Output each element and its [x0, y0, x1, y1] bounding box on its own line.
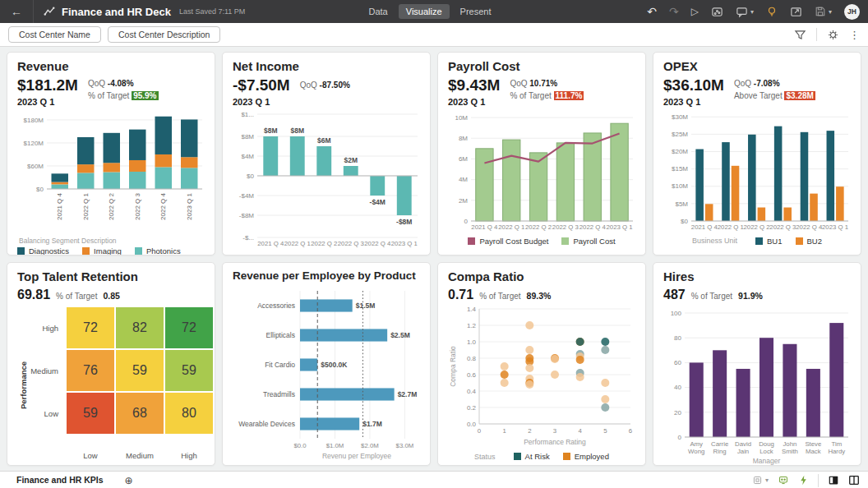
svg-text:$2M: $2M: [344, 156, 358, 164]
metrics-icon[interactable]: [711, 6, 723, 18]
svg-text:2022 Q 2: 2022 Q 2: [311, 240, 337, 247]
data-guide-icon[interactable]: [827, 29, 839, 41]
heatmap-cell[interactable]: 80: [165, 393, 213, 434]
new-sheet-icon[interactable]: ⊕: [125, 475, 133, 486]
net-income-qoq-label: QoQ: [300, 81, 317, 90]
heatmap-cell[interactable]: 59: [116, 350, 164, 391]
svg-text:-$8M: -$8M: [239, 212, 255, 219]
rpe-chart[interactable]: $0.0$1.0M$2.0M$3.0MAccessories$1.5MEllip…: [233, 286, 420, 463]
svg-text:4M: 4M: [459, 176, 468, 183]
heatmap-cell[interactable]: 68: [116, 393, 164, 434]
svg-text:2021 Q 4: 2021 Q 4: [257, 240, 284, 247]
svg-text:2022 Q 3: 2022 Q 3: [338, 240, 364, 247]
heatmap-cell[interactable]: 59: [165, 350, 213, 391]
opex-chart[interactable]: $0$5M$10M$15M$20M$25M$30M2021 Q 42022 Q …: [663, 108, 851, 235]
hires-chart[interactable]: 020406080100AmyWongCarrieRingDavidJainDo…: [663, 304, 851, 466]
heatmap-cell[interactable]: 72: [165, 307, 213, 348]
svg-text:$0: $0: [36, 186, 44, 193]
redo-icon[interactable]: ↷: [669, 5, 679, 18]
retention-value: 69.81: [17, 288, 50, 302]
device-layouts-icon[interactable]: ▾: [752, 475, 769, 486]
tab-data[interactable]: Data: [362, 4, 395, 19]
comments-icon[interactable]: ▾: [736, 6, 754, 18]
legend-item[interactable]: Diagnostics: [17, 246, 69, 256]
heatmap-col-label: Low: [67, 449, 114, 463]
back-button[interactable]: ←: [0, 0, 34, 23]
legend-item[interactable]: At Risk: [514, 452, 550, 461]
filter-chip-cost-center-description[interactable]: Cost Center Description: [108, 26, 220, 43]
svg-text:6M: 6M: [459, 155, 468, 163]
hires-target-value: 91.9%: [738, 291, 763, 301]
net-income-period: 2023 Q 1: [233, 97, 290, 107]
sheet-tab-finance-hr-kpis[interactable]: Finance and HR KPIs: [8, 472, 113, 488]
layout-dark-icon[interactable]: [828, 475, 839, 486]
heatmap-col-label: High: [165, 449, 213, 463]
svg-text:2022 Q 2: 2022 Q 2: [744, 223, 770, 231]
svg-text:2021 Q 4: 2021 Q 4: [691, 223, 718, 231]
svg-text:DougLock: DougLock: [759, 440, 774, 455]
svg-text:2022 Q 3: 2022 Q 3: [134, 192, 141, 219]
svg-text:0.6: 0.6: [467, 371, 477, 379]
payroll-chart[interactable]: 02M4M6M8M10M2021 Q 42022 Q 12022 Q 22022…: [448, 108, 635, 235]
top-toolbar: ← Finance and HR Deck Last Saved 7:11 PM…: [0, 0, 868, 23]
revenue-qoq-label: QoQ: [88, 79, 105, 88]
svg-text:80: 80: [674, 334, 681, 342]
legend-item[interactable]: BU1: [755, 237, 782, 246]
legend-item[interactable]: Employed: [563, 452, 609, 461]
svg-text:0: 0: [678, 434, 682, 441]
compa-title: Compa Ratio: [448, 269, 635, 283]
revenue-target-badge: 95.9%: [132, 91, 158, 100]
svg-text:60: 60: [674, 359, 681, 366]
heatmap-col-label: Medium: [116, 449, 164, 463]
opex-qoq-label: QoQ: [734, 79, 751, 88]
legend-item[interactable]: Photonics: [135, 246, 181, 256]
payroll-target-badge: 111.7%: [554, 91, 584, 100]
net-income-chart[interactable]: $1...$8M$4M$0-$4M-$8M-$...2021 Q 42022 Q…: [233, 108, 420, 251]
data-guide-green-icon[interactable]: [778, 475, 789, 486]
save-icon[interactable]: ▾: [815, 6, 832, 17]
svg-text:2022 Q 1: 2022 Q 1: [718, 223, 744, 231]
tab-visualize[interactable]: Visualize: [399, 4, 450, 19]
legend-item[interactable]: Payroll Cost: [561, 237, 615, 246]
retention-heatmap[interactable]: Performance High728272Medium765959Low596…: [17, 307, 205, 466]
retention-target-value: 0.85: [103, 291, 119, 301]
filter-chip-cost-center-name[interactable]: Cost Center Name: [8, 26, 101, 43]
account-avatar[interactable]: JH: [844, 4, 860, 20]
heatmap-cell[interactable]: 72: [67, 307, 114, 348]
svg-text:$1.5M: $1.5M: [356, 302, 376, 310]
open-window-icon[interactable]: [790, 6, 802, 18]
undo-icon[interactable]: ↶: [647, 5, 657, 18]
heatmap-cell[interactable]: 76: [67, 350, 114, 391]
svg-text:3: 3: [553, 427, 556, 435]
play-icon[interactable]: ▷: [691, 6, 699, 17]
card-opex: OPEX $36.10M 2023 Q 1 QoQ -7.08% Above T…: [653, 52, 861, 256]
legend-item[interactable]: Imaging: [82, 246, 122, 256]
svg-text:0.0: 0.0: [467, 421, 477, 428]
svg-text:2023 Q 1: 2023 Q 1: [607, 223, 633, 231]
svg-text:$60M: $60M: [27, 163, 44, 170]
opex-title: OPEX: [663, 59, 851, 73]
insights-bulb-icon[interactable]: [766, 6, 778, 18]
legend-item[interactable]: BU2: [796, 237, 822, 246]
card-net-income: Net Income -$7.50M 2023 Q 1 QoQ -87.50% …: [222, 52, 431, 256]
hires-target-label: % of Target: [691, 292, 732, 301]
svg-text:1.2: 1.2: [467, 322, 477, 329]
revenue-period: 2023 Q 1: [17, 97, 78, 107]
payroll-value: $9.43M: [448, 77, 500, 94]
svg-text:2022 Q 3: 2022 Q 3: [552, 223, 579, 231]
sparkle-icon[interactable]: [798, 475, 809, 486]
svg-text:2023 Q 1: 2023 Q 1: [391, 240, 418, 247]
legend-item[interactable]: Payroll Cost Budget: [468, 237, 548, 246]
tab-present[interactable]: Present: [453, 4, 499, 19]
heatmap-cell[interactable]: 59: [67, 393, 114, 434]
revenue-chart[interactable]: $0$60M$120M$180M2021 Q 42022 Q 12022 Q 2…: [17, 108, 205, 235]
svg-text:2023 Q 1: 2023 Q 1: [822, 223, 848, 231]
svg-text:$2.5M: $2.5M: [390, 331, 410, 339]
more-menu-icon[interactable]: ⋮: [849, 30, 860, 40]
compa-chart[interactable]: 0.00.20.40.60.81.01.21.40123456Performan…: [448, 304, 635, 450]
filter-icon[interactable]: [794, 29, 806, 41]
heatmap-cell[interactable]: 82: [116, 307, 164, 348]
heatmap-row-label: High: [29, 324, 65, 333]
hires-value: 487: [663, 288, 686, 302]
layout-split-icon[interactable]: [848, 475, 860, 486]
